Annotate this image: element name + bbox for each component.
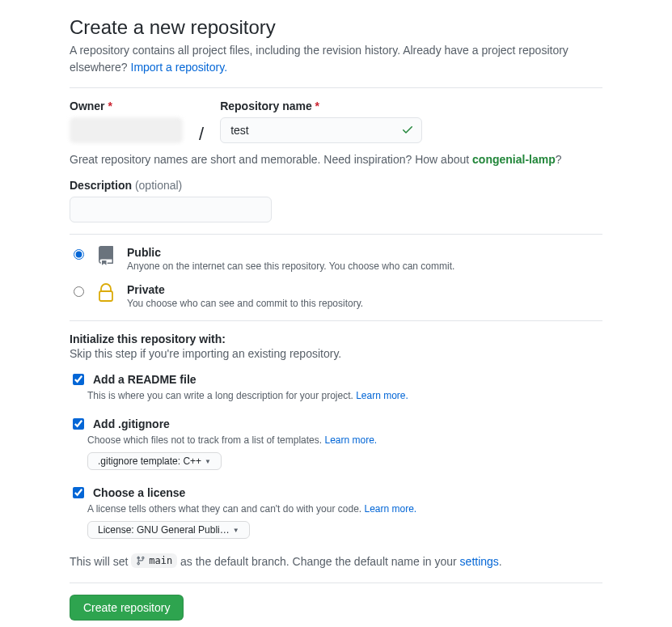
owner-selector[interactable]	[70, 117, 183, 143]
owner-repo-separator: /	[199, 124, 204, 145]
git-branch-icon	[136, 556, 146, 566]
gitignore-desc: Choose which files not to track from a l…	[87, 434, 602, 446]
readme-learn-link[interactable]: Learn more.	[356, 390, 408, 401]
divider	[70, 583, 602, 583]
import-link[interactable]: Import a repository.	[131, 61, 228, 74]
name-hint: Great repository names are short and mem…	[70, 153, 602, 166]
owner-label: Owner *	[70, 100, 183, 112]
gitignore-learn-link[interactable]: Learn more.	[324, 434, 377, 446]
description-input[interactable]	[70, 197, 272, 222]
required-mark: *	[315, 100, 319, 112]
gitignore-checkbox[interactable]	[73, 418, 84, 430]
optional-text: (optional)	[135, 179, 182, 192]
license-checkbox[interactable]	[73, 487, 84, 498]
lock-icon	[96, 283, 117, 303]
divider	[70, 87, 602, 88]
readme-label: Add a README file	[93, 373, 197, 386]
name-suggestion-link[interactable]: congenial-lamp	[472, 153, 556, 166]
public-desc: Anyone on the internet can see this repo…	[127, 261, 454, 272]
public-title: Public	[127, 246, 454, 259]
default-branch-mid: as the default branch. Change the defaul…	[180, 555, 460, 568]
license-selector[interactable]: License: GNU General Publi… ▼	[87, 521, 250, 539]
branch-pill: main	[131, 553, 177, 568]
description-label: Description (optional)	[70, 179, 602, 192]
gitignore-label: Add .gitignore	[93, 417, 170, 430]
divider	[70, 320, 602, 321]
readme-desc-text: This is where you can write a long descr…	[87, 390, 356, 401]
license-selector-text: License: GNU General Publi…	[98, 524, 230, 536]
repo-name-label: Repository name *	[220, 100, 422, 112]
license-label: Choose a license	[93, 486, 185, 499]
gitignore-desc-text: Choose which files not to track from a l…	[87, 434, 324, 446]
default-branch-post: .	[499, 555, 502, 568]
divider	[70, 234, 602, 235]
readme-desc: This is where you can write a long descr…	[87, 390, 602, 401]
name-hint-post: ?	[556, 153, 562, 166]
chevron-down-icon: ▼	[233, 527, 239, 534]
gitignore-template-text: .gitignore template: C++	[98, 455, 201, 467]
gitignore-template-selector[interactable]: .gitignore template: C++ ▼	[87, 452, 222, 470]
repo-name-input[interactable]	[220, 117, 422, 143]
license-learn-link[interactable]: Learn more.	[365, 503, 417, 515]
chevron-down-icon: ▼	[205, 458, 211, 465]
owner-label-text: Owner	[70, 100, 105, 112]
private-title: Private	[127, 283, 363, 296]
license-desc: A license tells others what they can and…	[87, 503, 602, 515]
branch-name: main	[149, 555, 172, 566]
visibility-public-radio[interactable]	[74, 249, 84, 260]
description-label-text: Description	[70, 179, 132, 192]
visibility-private-radio[interactable]	[74, 286, 84, 297]
default-branch-note: This will set main as the default branch…	[70, 553, 602, 568]
readme-checkbox[interactable]	[73, 374, 84, 385]
default-branch-pre: This will set	[70, 555, 131, 568]
required-mark: *	[108, 100, 112, 112]
init-sub: Skip this step if you're importing an ex…	[70, 347, 602, 360]
init-head: Initialize this repository with:	[70, 333, 602, 345]
license-desc-text: A license tells others what they can and…	[87, 503, 365, 515]
settings-link[interactable]: settings	[460, 555, 499, 568]
svg-rect-0	[99, 291, 112, 301]
repo-name-label-text: Repository name	[220, 100, 312, 112]
create-repository-button[interactable]: Create repository	[70, 595, 184, 621]
page-title: Create a new repository	[70, 16, 602, 39]
name-hint-text: Great repository names are short and mem…	[70, 153, 472, 166]
repo-icon	[96, 246, 117, 265]
check-icon	[401, 123, 414, 136]
private-desc: You choose who can see and commit to thi…	[127, 298, 363, 309]
page-subhead: A repository contains all project files,…	[70, 42, 602, 76]
